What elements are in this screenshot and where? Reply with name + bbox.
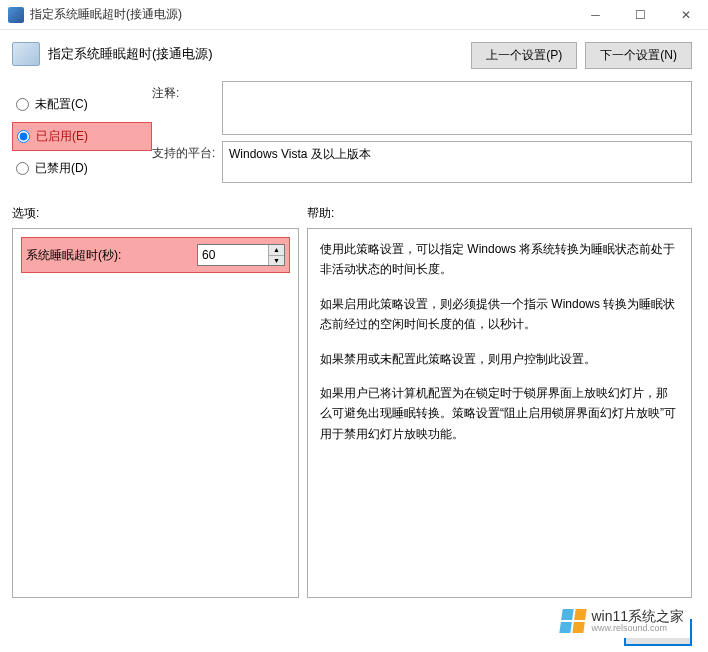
watermark-text: win11系统之家 www.relsound.com [591, 609, 684, 634]
spin-buttons: ▲ ▼ [268, 245, 284, 265]
radio-not-configured-label: 未配置(C) [35, 96, 88, 113]
policy-icon [12, 42, 40, 66]
sleep-timeout-row: 系统睡眠超时(秒): ▲ ▼ [21, 237, 290, 273]
prev-setting-button[interactable]: 上一个设置(P) [471, 42, 577, 69]
help-paragraph: 使用此策略设置，可以指定 Windows 将系统转换为睡眠状态前处于非活动状态的… [320, 239, 679, 280]
options-panel: 系统睡眠超时(秒): ▲ ▼ [12, 228, 299, 598]
supported-label: 支持的平台: [152, 141, 222, 183]
help-section-label: 帮助: [307, 205, 334, 222]
radio-enabled-label: 已启用(E) [36, 128, 88, 145]
section-labels: 选项: 帮助: [0, 199, 708, 228]
help-paragraph: 如果启用此策略设置，则必须提供一个指示 Windows 转换为睡眠状态前经过的空… [320, 294, 679, 335]
header-row: 指定系统睡眠超时(接通电源) 上一个设置(P) 下一个设置(N) [0, 30, 708, 77]
spin-up-button[interactable]: ▲ [269, 245, 284, 256]
radio-enabled[interactable]: 已启用(E) [12, 122, 152, 151]
radio-enabled-input[interactable] [17, 130, 30, 143]
sleep-timeout-input[interactable] [198, 245, 268, 265]
state-radio-group: 未配置(C) 已启用(E) 已禁用(D) [12, 81, 152, 189]
help-paragraph: 如果禁用或未配置此策略设置，则用户控制此设置。 [320, 349, 679, 369]
comment-input[interactable] [222, 81, 692, 135]
watermark-sub: www.relsound.com [591, 624, 684, 634]
titlebar: 指定系统睡眠超时(接通电源) ─ ☐ ✕ [0, 0, 708, 30]
window-title: 指定系统睡眠超时(接通电源) [30, 6, 573, 23]
right-fields: 注释: 支持的平台: Windows Vista 及以上版本 [152, 81, 692, 189]
maximize-button[interactable]: ☐ [618, 0, 663, 30]
radio-disabled[interactable]: 已禁用(D) [12, 155, 152, 182]
minimize-button[interactable]: ─ [573, 0, 618, 30]
watermark-logo-icon [560, 609, 587, 633]
help-panel: 使用此策略设置，可以指定 Windows 将系统转换为睡眠状态前处于非活动状态的… [307, 228, 692, 598]
sleep-timeout-spinner: ▲ ▼ [197, 244, 285, 266]
radio-not-configured-input[interactable] [16, 98, 29, 111]
comment-label: 注释: [152, 81, 222, 135]
watermark-main: win11系统之家 [591, 609, 684, 624]
next-setting-button[interactable]: 下一个设置(N) [585, 42, 692, 69]
comment-row: 注释: [152, 81, 692, 135]
app-icon [8, 7, 24, 23]
supported-value: Windows Vista 及以上版本 [222, 141, 692, 183]
options-section-label: 选项: [12, 205, 307, 222]
radio-not-configured[interactable]: 未配置(C) [12, 91, 152, 118]
watermark: win11系统之家 www.relsound.com [555, 605, 690, 638]
nav-buttons: 上一个设置(P) 下一个设置(N) [471, 42, 692, 69]
spin-down-button[interactable]: ▼ [269, 256, 284, 266]
config-row: 未配置(C) 已启用(E) 已禁用(D) 注释: 支持的平台: Windows … [0, 81, 708, 189]
window-controls: ─ ☐ ✕ [573, 0, 708, 30]
main-area: 系统睡眠超时(秒): ▲ ▼ 使用此策略设置，可以指定 Windows 将系统转… [0, 228, 708, 598]
radio-disabled-input[interactable] [16, 162, 29, 175]
sleep-timeout-label: 系统睡眠超时(秒): [26, 247, 197, 264]
close-button[interactable]: ✕ [663, 0, 708, 30]
radio-disabled-label: 已禁用(D) [35, 160, 88, 177]
supported-row: 支持的平台: Windows Vista 及以上版本 [152, 141, 692, 183]
policy-title: 指定系统睡眠超时(接通电源) [48, 42, 471, 63]
help-paragraph: 如果用户已将计算机配置为在锁定时于锁屏界面上放映幻灯片，那么可避免出现睡眠转换。… [320, 383, 679, 444]
